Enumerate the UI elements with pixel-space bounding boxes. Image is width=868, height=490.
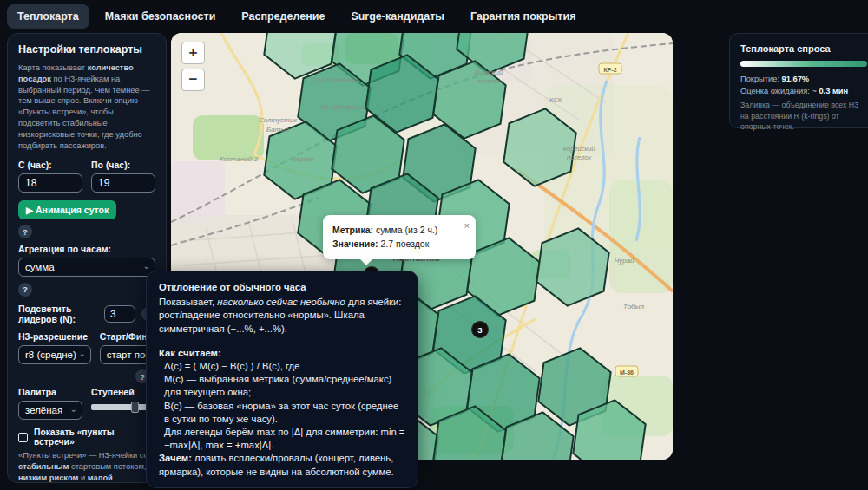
map-zoom-controls: + −: [181, 42, 205, 91]
aggregation-select[interactable]: сумма ⌄: [18, 258, 155, 277]
chevron-down-icon: ⌄: [78, 349, 85, 358]
help-icon[interactable]: ?: [18, 225, 32, 238]
palette-label: Палитра: [18, 387, 82, 397]
leaders-input[interactable]: [104, 305, 135, 323]
hour-from-label: С (час):: [18, 160, 82, 170]
tab-2[interactable]: Маяки безопасности: [95, 4, 227, 29]
leaders-label: Подсветить лидеров (N):: [18, 304, 98, 324]
tooltip-value-label: Значение:: [332, 238, 378, 249]
h3-resolution-value: r8 (средне): [25, 350, 76, 360]
eta-label: Оценка ожидания: ~: [740, 87, 819, 95]
deviation-explainer-tooltip: Отклонение от обычного часа Показывает, …: [146, 271, 418, 488]
demand-legend-panel: Теплокарта спроса Покрытие: 91.67% Оценк…: [729, 33, 868, 128]
animate-day-button[interactable]: ▶ Анимация суток: [18, 200, 116, 219]
svg-text:3: 3: [477, 325, 482, 335]
map-place-label: Киевский: [475, 69, 503, 76]
palette-value: зелёная: [25, 405, 62, 415]
leader-marker-3: 3: [472, 322, 489, 338]
h3-resolution-label: H3-разрешение: [18, 331, 91, 342]
text-segment: Карта показывает: [18, 63, 88, 72]
map-place-label: Тобыл: [623, 303, 644, 310]
h3-resolution-select[interactable]: r8 (средне) ⌄: [18, 345, 91, 364]
tooltip-metric-value: сумма (из 2 ч.): [373, 225, 437, 235]
map-place-label: Солтустик: [259, 116, 298, 124]
text-segment: Зачем:: [159, 453, 192, 463]
explainer-why: Зачем: ловить всплески/провалы (концерт,…: [159, 452, 405, 478]
tab-4[interactable]: Surge-кандидаты: [340, 4, 455, 29]
help-icon[interactable]: ?: [18, 283, 32, 297]
formula-line: Для легенды берём max по |Δ| для симметр…: [164, 426, 405, 452]
map-place-label: ЖК Юбилейный: [319, 104, 365, 110]
chevron-down-icon: ⌄: [143, 261, 150, 271]
app-page: ТеплокартаМаяки безопасностиРаспределени…: [0, 0, 868, 490]
tab-1[interactable]: Теплокарта: [7, 4, 89, 29]
text-segment: стабильным: [18, 462, 69, 471]
top-nav: ТеплокартаМаяки безопасностиРаспределени…: [0, 0, 868, 32]
legend-description: Заливка — объединение всех H3 на расстоя…: [740, 100, 867, 133]
tooltip-arrow: [359, 258, 373, 265]
formula-line: B(c) — базовая «норма» за этот час суток…: [164, 400, 405, 426]
text-segment: насколько сейчас необычно: [217, 297, 345, 307]
map-place-label: СО Юбилейный: [312, 77, 357, 83]
legend-title: Теплокарта спроса: [740, 43, 867, 54]
tab-5[interactable]: Гарантия покрытия: [460, 4, 586, 29]
meetpoints-checkbox[interactable]: [18, 433, 28, 442]
hour-from-input[interactable]: [18, 173, 82, 193]
road-badge: КР-2: [599, 63, 621, 74]
formula-line: M(c) — выбранная метрика (сумма/среднее/…: [164, 373, 405, 399]
text-segment: стартовым потоком,: [69, 462, 146, 471]
text-segment: по H3-ячейкам на выбранный период. Чем т…: [18, 75, 150, 150]
map-place-label: поселок: [567, 154, 591, 161]
cell-tooltip: × Метрика: сумма (из 2 ч.) Значение: 2.7…: [323, 215, 476, 259]
tab-3[interactable]: Распределение: [231, 4, 335, 29]
steps-slider-thumb[interactable]: [131, 402, 139, 413]
aggregation-value: сумма: [25, 262, 55, 272]
tooltip-metric-label: Метрика:: [332, 225, 373, 235]
svg-text:КР-2: КР-2: [603, 67, 616, 73]
map-place-label: Костанай-2: [220, 155, 259, 163]
settings-intro: Карта показывает количество посадок по H…: [18, 62, 155, 152]
coverage-value: 91.67%: [782, 75, 810, 83]
formula-line: Δ(c) = ( M(c) − B(c) ) / B(c), где: [164, 360, 405, 373]
coverage-label: Покрытие:: [740, 75, 782, 83]
text-segment: Показывает,: [159, 297, 217, 307]
palette-select[interactable]: зелёная ⌄: [18, 401, 82, 420]
explainer-title: Отклонение от обычного часа: [159, 281, 405, 294]
map-place-label: Корейский: [563, 145, 596, 153]
explainer-paragraph: Показывает, насколько сейчас необычно дл…: [159, 296, 405, 336]
text-segment: «Пункты встречи» — H3-ячейки со: [18, 451, 148, 460]
svg-text:М-36: М-36: [620, 369, 634, 376]
hour-to-label: По (час):: [91, 160, 155, 170]
meetpoints-description: «Пункты встречи» — H3-ячейки со стабильн…: [18, 450, 155, 483]
map-place-label: КСК: [549, 96, 562, 104]
aggregation-label: Агрегация по часам:: [18, 244, 155, 254]
map-place-label: Нурай: [614, 257, 635, 265]
legend-gradient-bar: [740, 61, 867, 67]
chevron-down-icon: ⌄: [70, 404, 77, 414]
meetpoints-checkbox-label: Показать «пункты встречи»: [34, 428, 155, 447]
map-place-label: Береке: [292, 155, 313, 163]
hour-to-input[interactable]: [91, 173, 155, 193]
road-badge: М-36: [615, 366, 638, 376]
map-place-label: Батыс: [266, 126, 289, 134]
text-segment: и: [78, 474, 87, 482]
text-segment: низким риском: [18, 474, 78, 482]
close-icon[interactable]: ×: [464, 219, 470, 233]
settings-title: Настройки теплокарты: [18, 43, 155, 56]
tooltip-value-value: 2.7 поездок: [378, 238, 430, 249]
explainer-how-title: Как считаем:: [159, 347, 405, 360]
zoom-out-button[interactable]: −: [181, 69, 205, 91]
map-place-label: поселок: [477, 77, 501, 85]
explainer-formulas: Δ(c) = ( M(c) − B(c) ) / B(c), гдеM(c) —…: [159, 360, 405, 452]
text-segment: ловить всплески/провалы (концерт, ливень…: [159, 453, 394, 476]
zoom-in-button[interactable]: +: [181, 42, 205, 64]
heatmap-settings-panel: Настройки теплокарты Карта показывает ко…: [7, 33, 167, 483]
eta-value: 0.3 мин: [819, 87, 848, 95]
